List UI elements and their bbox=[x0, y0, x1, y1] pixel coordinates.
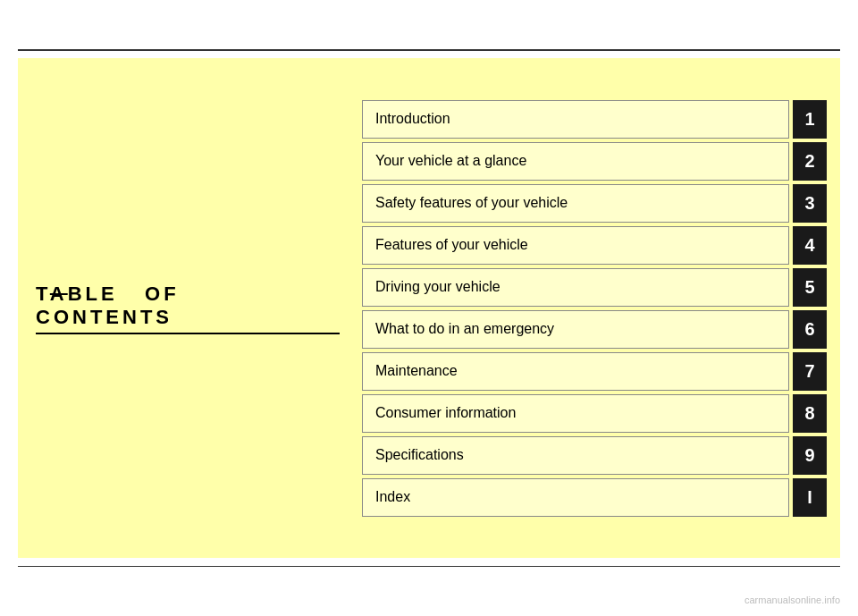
table-row[interactable]: What to do in an emergency6 bbox=[362, 310, 827, 349]
toc-entry-number: 9 bbox=[793, 436, 827, 475]
toc-entry-label: What to do in an emergency bbox=[362, 310, 789, 349]
toc-entry-number: 2 bbox=[793, 142, 827, 181]
table-row[interactable]: Driving your vehicle5 bbox=[362, 268, 827, 307]
toc-entry-number: 1 bbox=[793, 100, 827, 139]
toc-entry-label: Specifications bbox=[362, 436, 789, 475]
table-row[interactable]: Safety features of your vehicle3 bbox=[362, 184, 827, 223]
toc-entry-label: Features of your vehicle bbox=[362, 226, 789, 265]
toc-entry-number: 3 bbox=[793, 184, 827, 223]
toc-list: Introduction1Your vehicle at a glance2Sa… bbox=[358, 87, 840, 530]
toc-entry-label: Index bbox=[362, 478, 789, 517]
toc-entry-label: Consumer information bbox=[362, 394, 789, 433]
toc-title: TABLE OF CONTENTS bbox=[36, 283, 340, 334]
table-row[interactable]: Features of your vehicle4 bbox=[362, 226, 827, 265]
table-row[interactable]: Your vehicle at a glance2 bbox=[362, 142, 827, 181]
toc-entry-number: 5 bbox=[793, 268, 827, 307]
table-row[interactable]: Introduction1 bbox=[362, 100, 827, 139]
top-rule bbox=[18, 49, 840, 51]
toc-entry-number: 4 bbox=[793, 226, 827, 265]
toc-entry-number: 6 bbox=[793, 310, 827, 349]
toc-entry-label: Safety features of your vehicle bbox=[362, 184, 789, 223]
toc-entry-label: Maintenance bbox=[362, 352, 789, 391]
toc-entry-number: I bbox=[793, 478, 827, 517]
toc-entry-label: Introduction bbox=[362, 100, 789, 139]
toc-entry-number: 7 bbox=[793, 352, 827, 391]
toc-entry-label: Driving your vehicle bbox=[362, 268, 789, 307]
toc-entry-label: Your vehicle at a glance bbox=[362, 142, 789, 181]
table-row[interactable]: Consumer information8 bbox=[362, 394, 827, 433]
table-row[interactable]: Specifications9 bbox=[362, 436, 827, 475]
main-content: TABLE OF CONTENTS Introduction1Your vehi… bbox=[18, 58, 840, 558]
bottom-rule bbox=[18, 566, 840, 568]
left-panel: TABLE OF CONTENTS bbox=[18, 265, 358, 352]
table-row[interactable]: IndexI bbox=[362, 478, 827, 517]
watermark: carmanualsonline.info bbox=[744, 595, 840, 605]
toc-entry-number: 8 bbox=[793, 394, 827, 433]
table-row[interactable]: Maintenance7 bbox=[362, 352, 827, 391]
